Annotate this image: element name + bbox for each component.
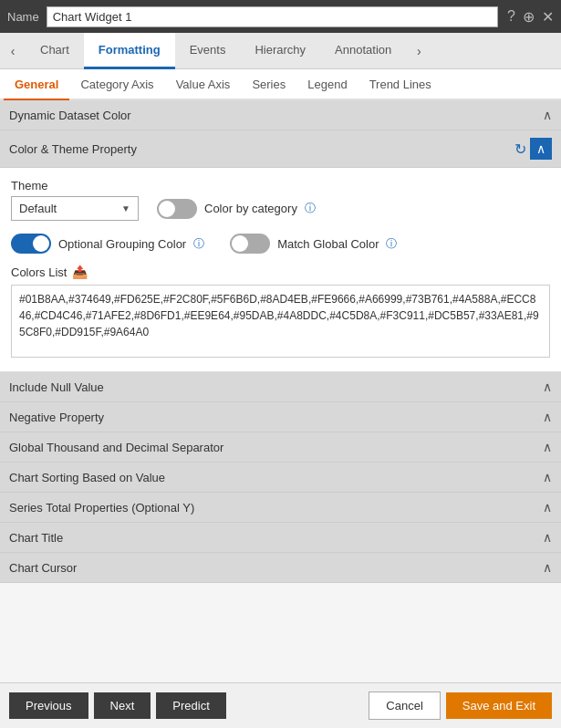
- dynamic-dataset-section[interactable]: Dynamic Dataset Color ∧: [0, 100, 561, 130]
- theme-dropdown-arrow: ▼: [121, 203, 130, 213]
- theme-label: Theme: [11, 179, 550, 192]
- previous-button[interactable]: Previous: [9, 692, 88, 719]
- optional-grouping-label: Optional Grouping Color: [58, 237, 186, 251]
- title-bar-actions: ? ⊕ ✕: [507, 8, 554, 26]
- tab-events[interactable]: Events: [175, 33, 241, 69]
- upload-icon[interactable]: 📤: [72, 265, 88, 279]
- series-total-label: Series Total Properties (Optional Y): [9, 501, 194, 515]
- tab-arrow-right[interactable]: ›: [406, 33, 431, 69]
- tab-arrow-left[interactable]: ‹: [0, 33, 26, 69]
- name-label: Name: [7, 10, 39, 24]
- options-row: Optional Grouping Color ⓘ Match Global C…: [11, 234, 550, 254]
- chart-title-section[interactable]: Chart Title ∧: [0, 523, 561, 553]
- subtab-general[interactable]: General: [4, 69, 69, 100]
- negative-property-chevron: ∧: [543, 410, 552, 424]
- include-null-chevron: ∧: [543, 380, 552, 394]
- color-theme-collapse-btn[interactable]: ∧: [530, 138, 552, 160]
- series-total-section[interactable]: Series Total Properties (Optional Y) ∧: [0, 493, 561, 523]
- colors-list-label-row: Colors List 📤: [11, 265, 550, 279]
- negative-property-label: Negative Property: [9, 411, 104, 424]
- dynamic-dataset-chevron: ∧: [543, 108, 552, 122]
- global-thousand-section[interactable]: Global Thousand and Decimal Separator ∧: [0, 432, 561, 463]
- theme-value: Default: [19, 202, 57, 215]
- subtab-series[interactable]: Series: [241, 69, 296, 100]
- tab-chart[interactable]: Chart: [26, 33, 84, 69]
- cancel-button[interactable]: Cancel: [369, 692, 440, 720]
- chart-cursor-chevron: ∧: [543, 560, 552, 575]
- main-content: Dynamic Dataset Color ∧ Color & Theme Pr…: [0, 100, 561, 682]
- optional-grouping-info-icon[interactable]: ⓘ: [193, 236, 204, 252]
- color-by-category-row: Color by category ⓘ: [157, 199, 316, 219]
- tab-formatting[interactable]: Formatting: [84, 33, 175, 69]
- tab-hierarchy[interactable]: Hierarchy: [240, 33, 320, 69]
- global-thousand-label: Global Thousand and Decimal Separator: [9, 441, 223, 454]
- chart-sorting-section[interactable]: Chart Sorting Based on Value ∧: [0, 463, 561, 493]
- refresh-icon[interactable]: ↻: [514, 140, 526, 158]
- subtab-legend[interactable]: Legend: [296, 69, 358, 100]
- tab-row: ‹ Chart Formatting Events Hierarchy Anno…: [0, 33, 561, 69]
- color-by-category-label: Color by category: [204, 202, 297, 215]
- negative-property-section[interactable]: Negative Property ∧: [0, 402, 561, 432]
- match-global-info-icon[interactable]: ⓘ: [386, 236, 397, 252]
- include-null-label: Include Null Value: [9, 380, 104, 394]
- subtab-value-axis[interactable]: Value Axis: [165, 69, 242, 100]
- close-icon[interactable]: ✕: [542, 8, 554, 26]
- tab-annotation[interactable]: Annotation: [320, 33, 406, 69]
- help-icon[interactable]: ?: [507, 8, 515, 26]
- series-total-chevron: ∧: [543, 500, 552, 515]
- color-theme-label: Color & Theme Property: [9, 142, 137, 156]
- optional-grouping-row: Optional Grouping Color ⓘ: [11, 234, 204, 254]
- bottom-bar: Previous Next Predict Cancel Save and Ex…: [0, 682, 561, 728]
- chart-sorting-label: Chart Sorting Based on Value: [9, 471, 165, 484]
- optional-grouping-toggle[interactable]: [11, 234, 51, 254]
- widget-name-input[interactable]: [47, 6, 498, 27]
- dynamic-dataset-label: Dynamic Dataset Color: [9, 109, 131, 122]
- next-button[interactable]: Next: [94, 692, 151, 719]
- global-thousand-chevron: ∧: [543, 440, 552, 454]
- subtab-trend-lines[interactable]: Trend Lines: [358, 69, 442, 100]
- match-global-row: Match Global Color ⓘ: [230, 234, 397, 254]
- match-global-label: Match Global Color: [277, 237, 379, 251]
- chart-sorting-chevron: ∧: [543, 470, 552, 484]
- colors-list-label: Colors List: [11, 265, 67, 279]
- move-icon[interactable]: ⊕: [523, 8, 535, 26]
- subtab-category-axis[interactable]: Category Axis: [69, 69, 164, 100]
- color-by-category-toggle[interactable]: [157, 199, 197, 219]
- color-theme-header[interactable]: Color & Theme Property ↻ ∧: [0, 130, 561, 168]
- include-null-section[interactable]: Include Null Value ∧: [0, 372, 561, 402]
- colors-list-textarea[interactable]: #01B8AA,#374649,#FD625E,#F2C80F,#5F6B6D,…: [11, 285, 550, 358]
- save-and-exit-button[interactable]: Save and Exit: [446, 692, 552, 719]
- color-by-category-info-icon[interactable]: ⓘ: [305, 201, 316, 216]
- color-theme-body: Theme Default ▼ Color by category ⓘ: [0, 168, 561, 372]
- chart-title-chevron: ∧: [543, 530, 552, 545]
- theme-dropdown[interactable]: Default ▼: [11, 196, 139, 221]
- chart-title-label: Chart Title: [9, 531, 63, 545]
- predict-button[interactable]: Predict: [156, 692, 225, 719]
- subtab-row: General Category Axis Value Axis Series …: [0, 69, 561, 100]
- title-bar: Name ? ⊕ ✕: [0, 0, 561, 33]
- chart-cursor-label: Chart Cursor: [9, 561, 77, 575]
- match-global-toggle[interactable]: [230, 234, 270, 254]
- chart-cursor-section[interactable]: Chart Cursor ∧: [0, 553, 561, 583]
